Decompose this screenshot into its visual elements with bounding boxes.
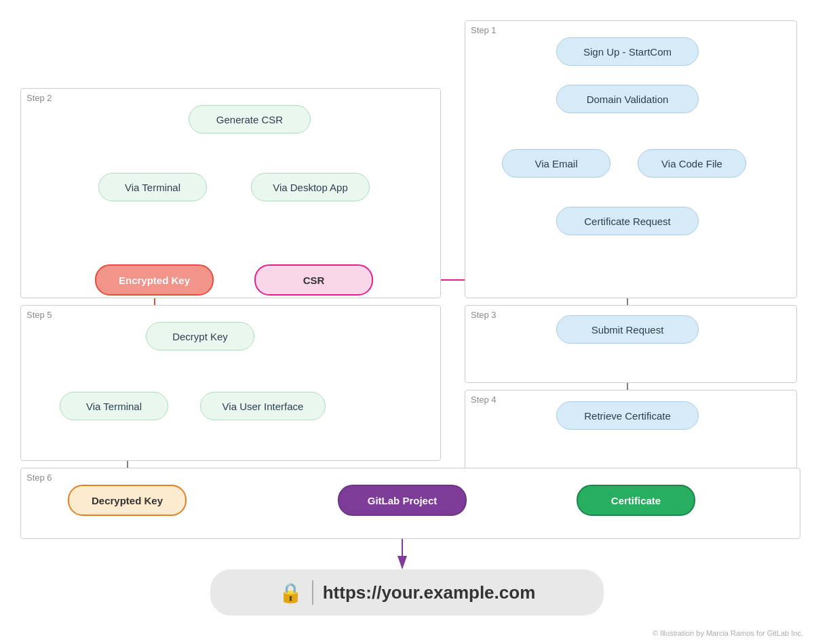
- diagram-container: Step 1 Step 2 Step 3 Step 4 Step 5 Step …: [0, 0, 814, 644]
- retrieve-cert-node: Retrieve Certificate: [556, 401, 699, 430]
- csr-node: CSR: [254, 264, 373, 296]
- generate-csr-node: Generate CSR: [189, 105, 311, 134]
- via-desktop-app-node: Via Desktop App: [251, 173, 370, 201]
- step5-label: Step 5: [26, 310, 52, 320]
- step3-label: Step 3: [471, 310, 497, 320]
- step4-label: Step 4: [471, 395, 497, 405]
- lock-icon: 🔒: [279, 582, 303, 604]
- signup-node: Sign Up - StartCom: [556, 37, 699, 66]
- domain-validation-node: Domain Validation: [556, 85, 699, 113]
- cert-request-node: Certificate Request: [556, 207, 699, 235]
- certificate-node: Certificate: [577, 485, 695, 516]
- footer-text: © Illustration by Marcia Ramos for GitLa…: [653, 629, 803, 637]
- decrypt-key-node: Decrypt Key: [146, 322, 254, 350]
- via-terminal-step5-node: Via Terminal: [60, 392, 168, 420]
- url-bar: 🔒 https://your.example.com: [210, 569, 604, 616]
- submit-request-node: Submit Request: [556, 315, 699, 344]
- gitlab-project-node: GitLab Project: [338, 485, 467, 516]
- step1-label: Step 1: [471, 25, 497, 35]
- via-email-node: Via Email: [502, 149, 610, 178]
- divider: [312, 580, 313, 605]
- via-terminal-step2-node: Via Terminal: [98, 173, 207, 201]
- step2-label: Step 2: [26, 93, 52, 103]
- via-code-file-node: Via Code File: [638, 149, 746, 178]
- decrypted-key-node: Decrypted Key: [68, 485, 187, 516]
- url-text: https://your.example.com: [323, 582, 536, 603]
- encrypted-key-node: Encrypted Key: [95, 264, 214, 296]
- step6-label: Step 6: [26, 472, 52, 483]
- via-user-interface-node: Via User Interface: [200, 392, 326, 420]
